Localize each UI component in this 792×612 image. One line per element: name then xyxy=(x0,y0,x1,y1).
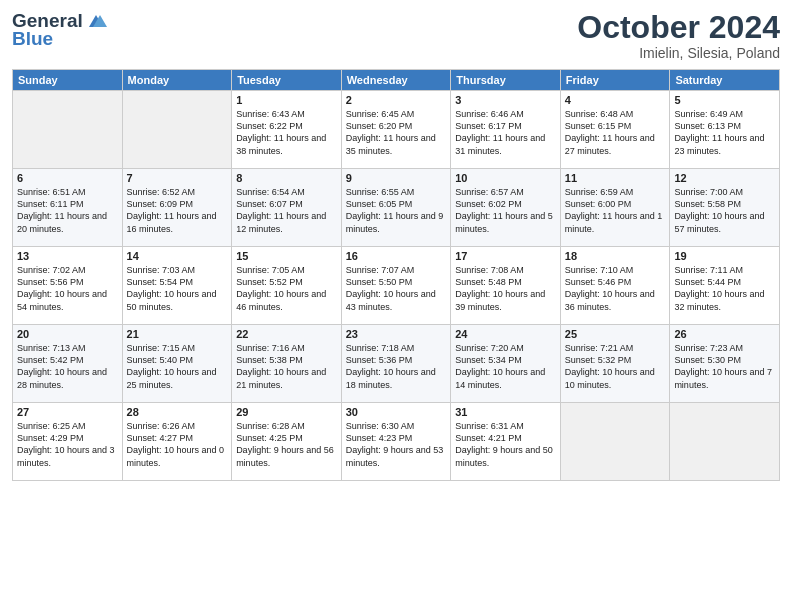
day-number: 15 xyxy=(236,250,337,262)
sunset: Sunset: 6:09 PM xyxy=(127,199,194,209)
sunset: Sunset: 5:40 PM xyxy=(127,355,194,365)
calendar-cell: 10Sunrise: 6:57 AMSunset: 6:02 PMDayligh… xyxy=(451,169,561,247)
daylight: Daylight: 10 hours and 10 minutes. xyxy=(565,367,655,389)
day-info: Sunrise: 7:03 AMSunset: 5:54 PMDaylight:… xyxy=(127,264,228,313)
calendar-cell: 27Sunrise: 6:25 AMSunset: 4:29 PMDayligh… xyxy=(13,403,123,481)
daylight: Daylight: 11 hours and 20 minutes. xyxy=(17,211,107,233)
daylight: Daylight: 10 hours and 0 minutes. xyxy=(127,445,225,467)
logo-bird-icon xyxy=(85,13,107,29)
day-number: 12 xyxy=(674,172,775,184)
header-day-tuesday: Tuesday xyxy=(232,70,342,91)
day-info: Sunrise: 6:49 AMSunset: 6:13 PMDaylight:… xyxy=(674,108,775,157)
day-info: Sunrise: 7:08 AMSunset: 5:48 PMDaylight:… xyxy=(455,264,556,313)
day-info: Sunrise: 6:46 AMSunset: 6:17 PMDaylight:… xyxy=(455,108,556,157)
header-day-wednesday: Wednesday xyxy=(341,70,451,91)
sunset: Sunset: 6:02 PM xyxy=(455,199,522,209)
day-number: 10 xyxy=(455,172,556,184)
day-number: 31 xyxy=(455,406,556,418)
sunset: Sunset: 6:05 PM xyxy=(346,199,413,209)
calendar-week-3: 13Sunrise: 7:02 AMSunset: 5:56 PMDayligh… xyxy=(13,247,780,325)
day-number: 23 xyxy=(346,328,447,340)
day-number: 22 xyxy=(236,328,337,340)
day-number: 8 xyxy=(236,172,337,184)
sunrise: Sunrise: 7:05 AM xyxy=(236,265,305,275)
day-number: 19 xyxy=(674,250,775,262)
sunrise: Sunrise: 6:30 AM xyxy=(346,421,415,431)
sunrise: Sunrise: 7:03 AM xyxy=(127,265,196,275)
day-info: Sunrise: 6:30 AMSunset: 4:23 PMDaylight:… xyxy=(346,420,447,469)
sunrise: Sunrise: 6:54 AM xyxy=(236,187,305,197)
sunset: Sunset: 5:54 PM xyxy=(127,277,194,287)
day-number: 25 xyxy=(565,328,666,340)
sunrise: Sunrise: 6:57 AM xyxy=(455,187,524,197)
calendar-cell: 13Sunrise: 7:02 AMSunset: 5:56 PMDayligh… xyxy=(13,247,123,325)
daylight: Daylight: 10 hours and 14 minutes. xyxy=(455,367,545,389)
calendar-table: SundayMondayTuesdayWednesdayThursdayFrid… xyxy=(12,69,780,481)
day-number: 24 xyxy=(455,328,556,340)
day-info: Sunrise: 7:16 AMSunset: 5:38 PMDaylight:… xyxy=(236,342,337,391)
calendar-cell: 25Sunrise: 7:21 AMSunset: 5:32 PMDayligh… xyxy=(560,325,670,403)
sunset: Sunset: 5:36 PM xyxy=(346,355,413,365)
calendar-cell: 11Sunrise: 6:59 AMSunset: 6:00 PMDayligh… xyxy=(560,169,670,247)
calendar-cell: 2Sunrise: 6:45 AMSunset: 6:20 PMDaylight… xyxy=(341,91,451,169)
sunrise: Sunrise: 7:00 AM xyxy=(674,187,743,197)
calendar-cell: 30Sunrise: 6:30 AMSunset: 4:23 PMDayligh… xyxy=(341,403,451,481)
day-number: 26 xyxy=(674,328,775,340)
day-info: Sunrise: 6:52 AMSunset: 6:09 PMDaylight:… xyxy=(127,186,228,235)
sunset: Sunset: 5:58 PM xyxy=(674,199,741,209)
calendar-cell: 1Sunrise: 6:43 AMSunset: 6:22 PMDaylight… xyxy=(232,91,342,169)
daylight: Daylight: 10 hours and 54 minutes. xyxy=(17,289,107,311)
sunset: Sunset: 6:17 PM xyxy=(455,121,522,131)
day-number: 5 xyxy=(674,94,775,106)
calendar-cell: 14Sunrise: 7:03 AMSunset: 5:54 PMDayligh… xyxy=(122,247,232,325)
daylight: Daylight: 10 hours and 7 minutes. xyxy=(674,367,772,389)
day-number: 1 xyxy=(236,94,337,106)
sunrise: Sunrise: 6:52 AM xyxy=(127,187,196,197)
daylight: Daylight: 11 hours and 12 minutes. xyxy=(236,211,326,233)
calendar-cell xyxy=(122,91,232,169)
day-info: Sunrise: 6:57 AMSunset: 6:02 PMDaylight:… xyxy=(455,186,556,235)
sunrise: Sunrise: 7:08 AM xyxy=(455,265,524,275)
calendar-cell: 18Sunrise: 7:10 AMSunset: 5:46 PMDayligh… xyxy=(560,247,670,325)
calendar-week-4: 20Sunrise: 7:13 AMSunset: 5:42 PMDayligh… xyxy=(13,325,780,403)
day-number: 29 xyxy=(236,406,337,418)
day-info: Sunrise: 7:11 AMSunset: 5:44 PMDaylight:… xyxy=(674,264,775,313)
sunset: Sunset: 6:22 PM xyxy=(236,121,303,131)
sunrise: Sunrise: 6:49 AM xyxy=(674,109,743,119)
sunset: Sunset: 5:44 PM xyxy=(674,277,741,287)
sunrise: Sunrise: 7:20 AM xyxy=(455,343,524,353)
day-info: Sunrise: 6:54 AMSunset: 6:07 PMDaylight:… xyxy=(236,186,337,235)
day-info: Sunrise: 7:18 AMSunset: 5:36 PMDaylight:… xyxy=(346,342,447,391)
sunrise: Sunrise: 7:10 AM xyxy=(565,265,634,275)
sunset: Sunset: 5:48 PM xyxy=(455,277,522,287)
daylight: Daylight: 10 hours and 39 minutes. xyxy=(455,289,545,311)
daylight: Daylight: 11 hours and 31 minutes. xyxy=(455,133,545,155)
calendar-cell: 3Sunrise: 6:46 AMSunset: 6:17 PMDaylight… xyxy=(451,91,561,169)
day-number: 16 xyxy=(346,250,447,262)
day-info: Sunrise: 7:07 AMSunset: 5:50 PMDaylight:… xyxy=(346,264,447,313)
calendar-cell: 16Sunrise: 7:07 AMSunset: 5:50 PMDayligh… xyxy=(341,247,451,325)
sunrise: Sunrise: 6:48 AM xyxy=(565,109,634,119)
sunset: Sunset: 5:32 PM xyxy=(565,355,632,365)
sunrise: Sunrise: 6:25 AM xyxy=(17,421,86,431)
sunset: Sunset: 5:38 PM xyxy=(236,355,303,365)
sunrise: Sunrise: 6:46 AM xyxy=(455,109,524,119)
sunset: Sunset: 5:52 PM xyxy=(236,277,303,287)
calendar-cell xyxy=(13,91,123,169)
sunrise: Sunrise: 6:59 AM xyxy=(565,187,634,197)
sunset: Sunset: 6:15 PM xyxy=(565,121,632,131)
day-number: 6 xyxy=(17,172,118,184)
calendar-body: 1Sunrise: 6:43 AMSunset: 6:22 PMDaylight… xyxy=(13,91,780,481)
sunset: Sunset: 4:23 PM xyxy=(346,433,413,443)
daylight: Daylight: 10 hours and 36 minutes. xyxy=(565,289,655,311)
calendar-cell: 23Sunrise: 7:18 AMSunset: 5:36 PMDayligh… xyxy=(341,325,451,403)
sunset: Sunset: 6:20 PM xyxy=(346,121,413,131)
daylight: Daylight: 10 hours and 32 minutes. xyxy=(674,289,764,311)
calendar-cell: 31Sunrise: 6:31 AMSunset: 4:21 PMDayligh… xyxy=(451,403,561,481)
day-info: Sunrise: 6:51 AMSunset: 6:11 PMDaylight:… xyxy=(17,186,118,235)
daylight: Daylight: 10 hours and 50 minutes. xyxy=(127,289,217,311)
day-info: Sunrise: 6:59 AMSunset: 6:00 PMDaylight:… xyxy=(565,186,666,235)
sunrise: Sunrise: 7:16 AM xyxy=(236,343,305,353)
day-info: Sunrise: 7:05 AMSunset: 5:52 PMDaylight:… xyxy=(236,264,337,313)
daylight: Daylight: 10 hours and 46 minutes. xyxy=(236,289,326,311)
